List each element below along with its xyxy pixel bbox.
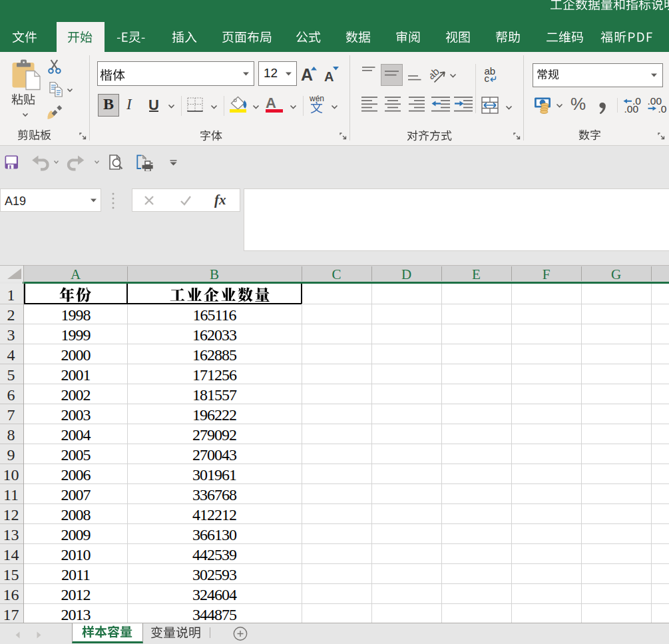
svg-text:.00: .00 (624, 103, 639, 115)
svg-text:.0: .0 (658, 103, 667, 115)
